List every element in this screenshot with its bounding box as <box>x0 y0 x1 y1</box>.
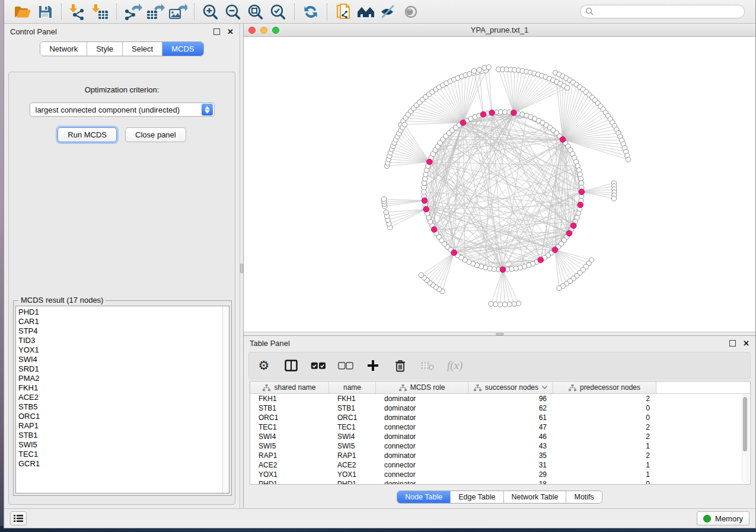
mcds-result-item[interactable]: STP4 <box>18 326 222 336</box>
graph-leaf-node[interactable] <box>381 197 386 201</box>
float-panel-icon[interactable] <box>213 28 220 35</box>
table-row[interactable]: YOX1YOX1connector291 <box>250 470 750 479</box>
table-scrollbar-thumb[interactable] <box>743 397 747 451</box>
mcds-result-item[interactable]: TEC1 <box>18 450 222 459</box>
table-row[interactable]: SWI5SWI5connector431 <box>250 441 750 451</box>
show-all-icon[interactable] <box>401 3 421 21</box>
graph-hub-node[interactable] <box>422 198 428 204</box>
column-header-shared-name[interactable]: shared name <box>250 382 329 393</box>
close-panel-button[interactable]: Close panel <box>125 127 186 142</box>
mcds-result-item[interactable]: STB1 <box>18 431 222 440</box>
table-row[interactable]: ORC1ORC1dominator610 <box>250 413 750 422</box>
splitter-handle[interactable] <box>496 333 504 335</box>
memory-button[interactable]: Memory <box>697 511 749 525</box>
column-header-predecessor-nodes[interactable]: predecessor nodes <box>553 382 656 393</box>
graph-leaf-node[interactable] <box>489 302 493 306</box>
table-row[interactable]: SWI4SWI4dominator462 <box>250 432 750 441</box>
show-columns-icon[interactable] <box>283 358 299 373</box>
clone-network-icon[interactable] <box>333 3 353 21</box>
zoom-in-icon[interactable] <box>200 3 221 21</box>
mcds-result-list[interactable]: PHD1CAR1STP4TID3YOX1SWI4SRD1PMA2FKH1ACE2… <box>15 306 229 493</box>
delete-column-icon[interactable] <box>393 358 408 373</box>
graph-hub-node[interactable] <box>480 111 486 117</box>
graph-hub-node[interactable] <box>570 223 576 229</box>
optimization-criterion-dropdown[interactable]: largest connected component (undirected) <box>30 102 215 117</box>
column-header-MCDS-role[interactable]: MCDS role <box>376 382 468 393</box>
graph-leaf-node[interactable] <box>497 302 502 307</box>
close-panel-icon[interactable]: ✕ <box>227 28 234 35</box>
graph-hub-node[interactable] <box>511 110 517 116</box>
save-session-icon[interactable] <box>35 3 55 21</box>
mcds-result-item[interactable]: ORC1 <box>18 412 222 421</box>
graph-leaf-node[interactable] <box>471 69 476 73</box>
zoom-out-icon[interactable] <box>223 3 243 21</box>
close-table-panel-icon[interactable]: ✕ <box>743 340 749 347</box>
import-table-icon[interactable] <box>90 3 110 21</box>
table-row[interactable]: TEC1TEC1connector472 <box>250 422 750 432</box>
zoom-fit-icon[interactable] <box>245 3 266 21</box>
mcds-result-item[interactable]: RAP1 <box>18 421 222 431</box>
mcds-result-item[interactable]: SRD1 <box>18 364 222 374</box>
graph-hub-node[interactable] <box>427 159 433 165</box>
mcds-result-item[interactable]: SWI5 <box>18 440 222 450</box>
graph-hub-node[interactable] <box>579 189 585 195</box>
graph-hub-node[interactable] <box>538 257 544 263</box>
search-input[interactable] <box>580 5 745 18</box>
tab-network[interactable]: Network <box>40 42 87 56</box>
table-settings-icon[interactable]: ⚙ <box>256 358 272 373</box>
mcds-result-item[interactable]: STB5 <box>18 402 222 412</box>
table-row[interactable]: RAP1RAP1dominator352 <box>250 451 750 460</box>
network-graph[interactable] <box>244 37 754 331</box>
export-image-icon[interactable] <box>168 3 188 21</box>
run-mcds-button[interactable]: Run MCDS <box>58 127 117 142</box>
node-table[interactable]: shared namenameMCDS rolesuccessor nodesp… <box>250 381 751 485</box>
tab-motifs[interactable]: Motifs <box>566 491 601 503</box>
hide-selected-icon[interactable] <box>378 3 398 21</box>
tab-mcds[interactable]: MCDS <box>162 42 203 56</box>
mcds-result-item[interactable]: ACE2 <box>18 393 222 402</box>
graph-leaf-node[interactable] <box>493 302 498 306</box>
graph-hub-node[interactable] <box>431 227 437 233</box>
mcds-result-item[interactable]: TID3 <box>18 336 222 345</box>
float-table-panel-icon[interactable] <box>729 340 736 347</box>
table-row[interactable]: PHD1PHD1dominator180 <box>250 479 750 485</box>
mcds-result-item[interactable]: FKH1 <box>18 383 222 393</box>
graph-leaf-node[interactable] <box>402 122 407 127</box>
graph-leaf-node[interactable] <box>516 301 521 306</box>
graph-hub-node[interactable] <box>578 202 583 208</box>
graph-leaf-node[interactable] <box>512 302 516 306</box>
tab-select[interactable]: Select <box>123 42 162 56</box>
graph-leaf-node[interactable] <box>502 302 507 307</box>
task-history-button[interactable] <box>10 511 27 525</box>
mcds-result-item[interactable]: YOX1 <box>18 345 222 355</box>
graph-leaf-node[interactable] <box>486 65 491 69</box>
graph-leaf-node[interactable] <box>626 157 630 162</box>
select-all-icon[interactable] <box>311 358 326 373</box>
graph-leaf-node[interactable] <box>477 68 481 72</box>
open-file-icon[interactable] <box>12 3 33 21</box>
graph-hub-node[interactable] <box>451 250 457 256</box>
mcds-result-item[interactable]: CAR1 <box>18 317 222 326</box>
export-network-icon[interactable] <box>123 3 143 21</box>
graph-hub-node[interactable] <box>560 137 566 143</box>
first-neighbors-icon[interactable] <box>356 3 376 21</box>
graph-hub-node[interactable] <box>460 120 466 126</box>
column-header-name[interactable]: name <box>329 382 376 393</box>
graph-leaf-node[interactable] <box>419 273 423 277</box>
graph-leaf-node[interactable] <box>507 302 512 307</box>
table-row[interactable]: STB1STB1dominator620 <box>250 403 750 413</box>
graph-hub-node[interactable] <box>552 247 558 253</box>
graph-hub-node[interactable] <box>500 267 506 273</box>
tab-node-table[interactable]: Node Table <box>397 491 451 503</box>
zoom-selected-icon[interactable] <box>268 3 288 21</box>
mcds-result-item[interactable]: PMA2 <box>18 374 222 383</box>
graph-hub-node[interactable] <box>566 230 572 236</box>
refresh-icon[interactable] <box>301 3 321 21</box>
graph-leaf-node[interactable] <box>384 210 388 214</box>
mcds-result-item[interactable]: SWI4 <box>18 355 222 364</box>
table-scrollbar[interactable] <box>742 395 748 483</box>
export-table-icon[interactable] <box>145 3 165 21</box>
tab-edge-table[interactable]: Edge Table <box>451 491 503 503</box>
import-network-icon[interactable] <box>68 3 88 21</box>
network-canvas[interactable] <box>244 37 755 332</box>
